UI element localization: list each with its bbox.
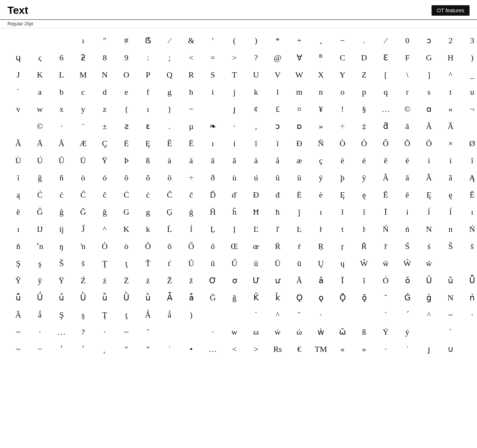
glyph-cell: î: [245, 135, 267, 152]
glyph-cell: ě: [7, 204, 29, 221]
glyph-cell: Ǡ: [159, 289, 180, 306]
glyph-cell: s: [418, 83, 440, 101]
glyph-cell: ÿ: [353, 169, 375, 186]
glyph-cell: .: [159, 118, 180, 135]
glyph-cell: −: [29, 341, 51, 358]
glyph-cell: Rs: [267, 341, 288, 358]
glyph-cell: ˈ: [72, 341, 94, 358]
glyph-cell: Ō: [418, 135, 440, 152]
glyph-cell: č: [180, 186, 202, 204]
glyph-cell: d: [94, 83, 116, 101]
glyph-cell: m: [288, 83, 310, 101]
glyph-cell: ẇ: [310, 324, 332, 341]
glyph-cell: Ė: [116, 135, 137, 152]
glyph-cell: W: [288, 66, 310, 83]
glyph-cell: F: [397, 49, 418, 66]
glyph-cell: ˙: [397, 341, 418, 358]
glyph-cell: ĭ: [353, 272, 375, 289]
glyph-cell: ˙: [159, 341, 180, 358]
glyph-cell: ÷: [332, 118, 353, 135]
glyph-cell: Ĵ: [72, 221, 94, 238]
glyph-cell: ,: [310, 32, 332, 49]
glyph-cell: .: [353, 32, 375, 49]
glyph-cell: w: [29, 101, 51, 118]
glyph-cell: ɥ: [7, 49, 29, 66]
glyph-cell: ž: [180, 272, 202, 289]
glyph-cell: ·: [310, 306, 332, 324]
glyph-cell: ': [202, 32, 224, 49]
glyph-cell: ŗ: [332, 238, 353, 255]
glyph-cell: Ó: [353, 135, 375, 152]
glyph-cell: e: [116, 83, 137, 101]
glyph-cell: ó: [94, 169, 116, 186]
glyph-row: ÂǻŞşŢţǺǻ)`^˘·`ˊ^~·: [7, 306, 470, 324]
glyph-cell: (: [224, 32, 245, 49]
glyph-cell: ?: [72, 324, 94, 341]
glyph-cell: >: [245, 341, 267, 358]
glyph-cell: Ç: [94, 135, 116, 152]
glyph-cell: ū: [288, 255, 310, 272]
glyph-cell: …: [51, 324, 72, 341]
glyph-cell: H: [440, 49, 461, 66]
glyph-cell: Ò: [332, 135, 353, 152]
glyph-cell: k: [245, 83, 267, 101]
glyph-cell: _: [461, 66, 477, 83]
glyph-cell: Ã: [440, 118, 461, 135]
glyph-cell: Ŵ: [397, 255, 418, 272]
glyph-cell: Õ: [397, 135, 418, 152]
glyph-cell: Ù: [7, 152, 29, 169]
glyph-cell: ∪: [440, 341, 461, 358]
glyph-cell: J: [7, 66, 29, 83]
glyph-cell: =: [202, 49, 224, 66]
glyph-cell: `: [245, 306, 267, 324]
glyph-cell: þ: [332, 169, 353, 186]
glyph-cell: ~: [440, 306, 461, 324]
glyph-cell: Ę: [137, 135, 159, 152]
glyph-cell: Ş: [7, 255, 29, 272]
glyph-cell: Û: [51, 152, 72, 169]
ot-features-button[interactable]: OT features: [432, 5, 470, 16]
glyph-cell: [7, 32, 29, 49]
glyph-cell: ŕ: [288, 238, 310, 255]
glyph-cell: R: [180, 66, 202, 83]
glyph-cell: ɒ: [288, 118, 310, 135]
glyph-cell: [332, 306, 353, 324]
glyph-cell: Ŭ: [180, 255, 202, 272]
glyph-row: ©·¨±ƨɛ.µ❧·‚ɔɒ»÷‡ƌâÂÃ: [7, 118, 470, 135]
glyph-cell: 3: [461, 32, 477, 49]
glyph-cell: X: [310, 66, 332, 83]
glyph-cell: ï: [267, 135, 288, 152]
glyph-cell: ß: [353, 324, 375, 341]
glyph-cell: Ý: [375, 324, 397, 341]
glyph-cell: í: [224, 135, 245, 152]
glyph-cell: ǚ: [94, 289, 116, 306]
glyph-cell: Â: [7, 306, 29, 324]
glyph-cell: Ę: [332, 186, 353, 204]
glyph-cell: ǻ: [159, 306, 180, 324]
glyph-row: JKLMNOPQRSTUVWXYZ[\]^_: [7, 66, 470, 83]
glyph-cell: Ǭ: [332, 289, 353, 306]
glyph-row: ŶŷŸŹźŻżŽžƠơƯưÃǎĬĭÓǒǓǔǕ: [7, 272, 470, 289]
glyph-cell: Ǘ: [29, 289, 51, 306]
glyph-cell: ǖ: [7, 289, 29, 306]
glyph-cell: ı: [72, 32, 94, 49]
glyph-cell: T: [224, 66, 245, 83]
glyph-cell: ˈ: [51, 341, 72, 358]
page-title: Text: [7, 4, 28, 16]
glyph-cell: ǜ: [137, 289, 159, 306]
glyph-cell: 6: [51, 49, 72, 66]
glyph-cell: ¬: [461, 101, 477, 118]
glyph-cell: ˘: [137, 324, 159, 341]
glyph-cell: é: [353, 152, 375, 169]
glyph-row: ı"#ẞ∕&'()*+,−.∕0ɔ23: [7, 32, 470, 49]
glyph-cell: ś: [418, 238, 440, 255]
glyph-cell: #: [116, 32, 137, 49]
glyph-cell: ţ: [116, 306, 137, 324]
glyph-cell: Ń: [375, 221, 397, 238]
glyph-cell: ǫ: [310, 289, 332, 306]
glyph-cell: ±: [94, 118, 116, 135]
glyph-cell: Ǜ: [116, 289, 137, 306]
glyph-cell: Ã: [288, 272, 310, 289]
glyph-cell: Ŀ: [288, 221, 310, 238]
glyph-cell: ŋ: [51, 238, 72, 255]
